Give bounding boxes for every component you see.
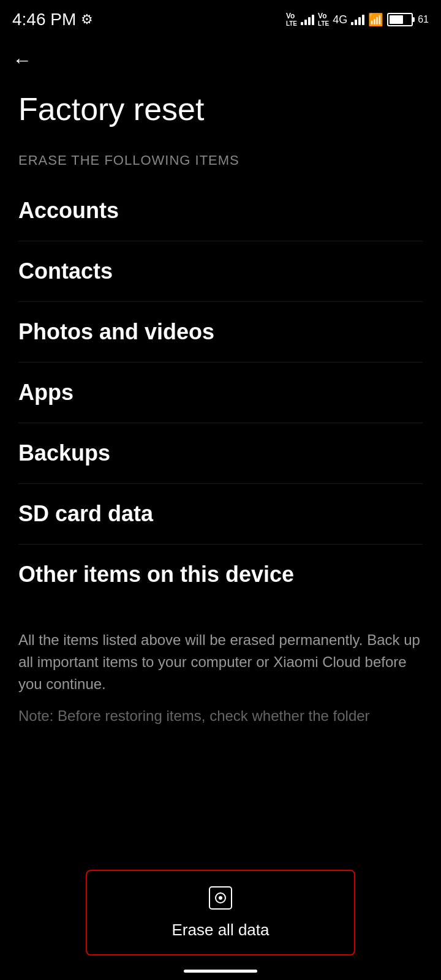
status-bar-right: VoLTE VoLTE 4G 📶 61 [286, 12, 429, 27]
svg-point-2 [219, 896, 222, 900]
signal-bar [351, 22, 353, 25]
list-item-label: Photos and videos [18, 319, 214, 344]
wifi-icon: 📶 [368, 12, 383, 27]
signal-bars-2 [351, 14, 364, 25]
signal-bar [358, 17, 361, 25]
signal-bar [304, 20, 307, 25]
gear-icon: ⚙ [81, 12, 93, 28]
erase-icon [208, 886, 233, 916]
section-header: ERASE THE FOLLOWING ITEMS [0, 146, 441, 181]
volte-icon-2: VoLTE [318, 12, 329, 27]
signal-bar [355, 20, 357, 25]
list-item-accounts: Accounts [18, 181, 423, 241]
volte-icon-1: VoLTE [286, 12, 297, 27]
battery-level: 61 [418, 14, 429, 25]
battery-tip [413, 17, 415, 22]
4g-label: 4G [333, 13, 347, 26]
back-button[interactable]: ← [0, 37, 441, 78]
back-arrow-icon: ← [12, 49, 32, 71]
battery-icon [387, 13, 413, 26]
list-item-contacts: Contacts [18, 241, 423, 302]
page-title: Factory reset [0, 78, 441, 146]
list-item-other: Other items on this device [18, 545, 423, 605]
signal-bars-1 [301, 14, 314, 25]
warning-section: All the items listed above will be erase… [0, 605, 441, 739]
list-item-label: Backups [18, 440, 110, 466]
status-bar-left: 4:46 PM ⚙ [12, 10, 93, 29]
erase-button-label: Erase all data [172, 921, 270, 940]
signal-bar [308, 17, 311, 25]
items-list: Accounts Contacts Photos and videos Apps… [0, 181, 441, 605]
status-time: 4:46 PM [12, 10, 76, 29]
home-indicator [184, 970, 257, 973]
status-bar: 4:46 PM ⚙ VoLTE VoLTE 4G 📶 61 [0, 0, 441, 37]
list-item-photos: Photos and videos [18, 302, 423, 363]
list-item-backups: Backups [18, 423, 423, 484]
list-item-apps: Apps [18, 363, 423, 423]
signal-bar [312, 15, 314, 25]
list-item-label: SD card data [18, 501, 153, 526]
battery-fill [390, 15, 403, 24]
list-item-sd-card: SD card data [18, 484, 423, 545]
signal-bar [301, 22, 303, 25]
erase-all-data-button[interactable]: Erase all data [86, 870, 355, 956]
list-item-label: Accounts [18, 198, 119, 223]
note-text: Note: Before restoring items, check whet… [18, 705, 423, 727]
signal-bar [362, 15, 364, 25]
list-item-label: Apps [18, 380, 74, 405]
list-item-label: Other items on this device [18, 562, 294, 587]
list-item-label: Contacts [18, 258, 113, 284]
warning-text: All the items listed above will be erase… [18, 629, 423, 695]
